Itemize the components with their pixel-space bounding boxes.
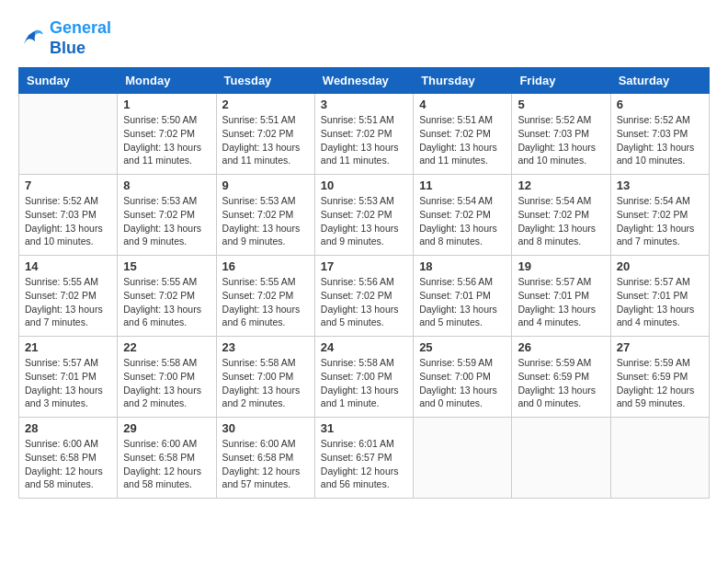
week-row-2: 7Sunrise: 5:52 AM Sunset: 7:03 PM Daylig… <box>19 175 710 256</box>
day-detail: Sunrise: 5:54 AM Sunset: 7:02 PM Dayligh… <box>617 194 703 248</box>
weekday-header-saturday: Saturday <box>610 68 709 94</box>
day-number: 20 <box>617 259 703 273</box>
day-detail: Sunrise: 5:52 AM Sunset: 7:03 PM Dayligh… <box>25 194 111 248</box>
day-detail: Sunrise: 5:53 AM Sunset: 7:02 PM Dayligh… <box>222 194 309 248</box>
calendar-cell: 20Sunrise: 5:57 AM Sunset: 7:01 PM Dayli… <box>610 256 709 337</box>
day-number: 8 <box>123 178 210 192</box>
day-number: 7 <box>25 178 111 192</box>
day-detail: Sunrise: 5:57 AM Sunset: 7:01 PM Dayligh… <box>25 356 111 410</box>
day-number: 14 <box>25 259 111 273</box>
weekday-header-row: SundayMondayTuesdayWednesdayThursdayFrid… <box>19 68 710 94</box>
calendar-cell: 12Sunrise: 5:54 AM Sunset: 7:02 PM Dayli… <box>512 175 610 256</box>
day-number: 12 <box>518 178 604 192</box>
day-detail: Sunrise: 5:58 AM Sunset: 7:00 PM Dayligh… <box>123 356 210 410</box>
day-number: 22 <box>123 340 210 354</box>
day-number: 29 <box>123 421 210 435</box>
calendar-cell <box>414 418 512 499</box>
calendar-cell <box>19 94 118 175</box>
weekday-header-thursday: Thursday <box>414 68 512 94</box>
day-number: 30 <box>222 421 309 435</box>
calendar-cell: 16Sunrise: 5:55 AM Sunset: 7:02 PM Dayli… <box>216 256 314 337</box>
day-detail: Sunrise: 5:52 AM Sunset: 7:03 PM Dayligh… <box>617 113 703 167</box>
day-detail: Sunrise: 6:00 AM Sunset: 6:58 PM Dayligh… <box>123 437 210 491</box>
weekday-header-wednesday: Wednesday <box>314 68 413 94</box>
day-detail: Sunrise: 5:54 AM Sunset: 7:02 PM Dayligh… <box>518 194 604 248</box>
day-detail: Sunrise: 5:57 AM Sunset: 7:01 PM Dayligh… <box>518 275 604 329</box>
calendar-cell: 14Sunrise: 5:55 AM Sunset: 7:02 PM Dayli… <box>19 256 118 337</box>
calendar-cell: 22Sunrise: 5:58 AM Sunset: 7:00 PM Dayli… <box>118 337 216 418</box>
weekday-header-monday: Monday <box>118 68 216 94</box>
day-number: 28 <box>25 421 111 435</box>
calendar-cell: 31Sunrise: 6:01 AM Sunset: 6:57 PM Dayli… <box>314 418 413 499</box>
day-number: 6 <box>617 98 703 111</box>
calendar-cell: 30Sunrise: 6:00 AM Sunset: 6:58 PM Dayli… <box>216 418 314 499</box>
calendar-table: SundayMondayTuesdayWednesdayThursdayFrid… <box>18 67 710 499</box>
calendar-cell: 4Sunrise: 5:51 AM Sunset: 7:02 PM Daylig… <box>414 94 512 175</box>
calendar-cell: 7Sunrise: 5:52 AM Sunset: 7:03 PM Daylig… <box>19 175 118 256</box>
day-detail: Sunrise: 5:59 AM Sunset: 6:59 PM Dayligh… <box>518 356 604 410</box>
calendar-cell: 26Sunrise: 5:59 AM Sunset: 6:59 PM Dayli… <box>512 337 610 418</box>
day-number: 11 <box>419 178 506 192</box>
day-detail: Sunrise: 5:55 AM Sunset: 7:02 PM Dayligh… <box>123 275 210 329</box>
calendar-cell: 2Sunrise: 5:51 AM Sunset: 7:02 PM Daylig… <box>216 94 314 175</box>
day-detail: Sunrise: 5:56 AM Sunset: 7:02 PM Dayligh… <box>321 275 407 329</box>
day-detail: Sunrise: 5:50 AM Sunset: 7:02 PM Dayligh… <box>123 113 210 167</box>
day-number: 26 <box>518 340 604 354</box>
day-number: 1 <box>123 98 210 111</box>
calendar-cell: 21Sunrise: 5:57 AM Sunset: 7:01 PM Dayli… <box>19 337 118 418</box>
weekday-header-tuesday: Tuesday <box>216 68 314 94</box>
weekday-header-friday: Friday <box>512 68 610 94</box>
day-detail: Sunrise: 5:53 AM Sunset: 7:02 PM Dayligh… <box>123 194 210 248</box>
calendar-cell: 9Sunrise: 5:53 AM Sunset: 7:02 PM Daylig… <box>216 175 314 256</box>
day-number: 3 <box>321 98 407 111</box>
logo-text: General Blue <box>50 18 111 58</box>
day-number: 19 <box>518 259 604 273</box>
day-detail: Sunrise: 5:58 AM Sunset: 7:00 PM Dayligh… <box>321 356 407 410</box>
calendar-cell: 18Sunrise: 5:56 AM Sunset: 7:01 PM Dayli… <box>414 256 512 337</box>
calendar-cell: 10Sunrise: 5:53 AM Sunset: 7:02 PM Dayli… <box>314 175 413 256</box>
calendar-cell: 19Sunrise: 5:57 AM Sunset: 7:01 PM Dayli… <box>512 256 610 337</box>
day-detail: Sunrise: 5:59 AM Sunset: 7:00 PM Dayligh… <box>419 356 506 410</box>
calendar-cell: 29Sunrise: 6:00 AM Sunset: 6:58 PM Dayli… <box>118 418 216 499</box>
day-detail: Sunrise: 5:52 AM Sunset: 7:03 PM Dayligh… <box>518 113 604 167</box>
logo: General Blue <box>18 18 111 58</box>
day-detail: Sunrise: 5:58 AM Sunset: 7:00 PM Dayligh… <box>222 356 309 410</box>
day-number: 16 <box>222 259 309 273</box>
day-detail: Sunrise: 5:53 AM Sunset: 7:02 PM Dayligh… <box>321 194 407 248</box>
calendar-cell: 24Sunrise: 5:58 AM Sunset: 7:00 PM Dayli… <box>314 337 413 418</box>
day-number: 25 <box>419 340 506 354</box>
calendar-cell: 28Sunrise: 6:00 AM Sunset: 6:58 PM Dayli… <box>19 418 118 499</box>
day-number: 5 <box>518 98 604 111</box>
day-detail: Sunrise: 5:54 AM Sunset: 7:02 PM Dayligh… <box>419 194 506 248</box>
calendar-cell: 11Sunrise: 5:54 AM Sunset: 7:02 PM Dayli… <box>414 175 512 256</box>
day-number: 10 <box>321 178 407 192</box>
day-detail: Sunrise: 6:00 AM Sunset: 6:58 PM Dayligh… <box>222 437 309 491</box>
calendar-cell: 1Sunrise: 5:50 AM Sunset: 7:02 PM Daylig… <box>118 94 216 175</box>
day-number: 17 <box>321 259 407 273</box>
day-number: 23 <box>222 340 309 354</box>
calendar-cell: 8Sunrise: 5:53 AM Sunset: 7:02 PM Daylig… <box>118 175 216 256</box>
week-row-1: 1Sunrise: 5:50 AM Sunset: 7:02 PM Daylig… <box>19 94 710 175</box>
day-detail: Sunrise: 5:51 AM Sunset: 7:02 PM Dayligh… <box>419 113 506 167</box>
logo-icon <box>18 25 46 52</box>
calendar-cell: 27Sunrise: 5:59 AM Sunset: 6:59 PM Dayli… <box>610 337 709 418</box>
day-number: 9 <box>222 178 309 192</box>
calendar-cell: 3Sunrise: 5:51 AM Sunset: 7:02 PM Daylig… <box>314 94 413 175</box>
day-detail: Sunrise: 5:57 AM Sunset: 7:01 PM Dayligh… <box>617 275 703 329</box>
weekday-header-sunday: Sunday <box>19 68 118 94</box>
day-number: 4 <box>419 98 506 111</box>
week-row-3: 14Sunrise: 5:55 AM Sunset: 7:02 PM Dayli… <box>19 256 710 337</box>
calendar-cell: 17Sunrise: 5:56 AM Sunset: 7:02 PM Dayli… <box>314 256 413 337</box>
day-number: 18 <box>419 259 506 273</box>
day-detail: Sunrise: 5:55 AM Sunset: 7:02 PM Dayligh… <box>25 275 111 329</box>
calendar-cell: 6Sunrise: 5:52 AM Sunset: 7:03 PM Daylig… <box>610 94 709 175</box>
day-number: 27 <box>617 340 703 354</box>
day-detail: Sunrise: 5:55 AM Sunset: 7:02 PM Dayligh… <box>222 275 309 329</box>
day-detail: Sunrise: 5:59 AM Sunset: 6:59 PM Dayligh… <box>617 356 703 410</box>
calendar-cell <box>610 418 709 499</box>
day-detail: Sunrise: 5:56 AM Sunset: 7:01 PM Dayligh… <box>419 275 506 329</box>
calendar-cell: 5Sunrise: 5:52 AM Sunset: 7:03 PM Daylig… <box>512 94 610 175</box>
day-number: 24 <box>321 340 407 354</box>
calendar-cell: 13Sunrise: 5:54 AM Sunset: 7:02 PM Dayli… <box>610 175 709 256</box>
day-detail: Sunrise: 6:00 AM Sunset: 6:58 PM Dayligh… <box>25 437 111 491</box>
